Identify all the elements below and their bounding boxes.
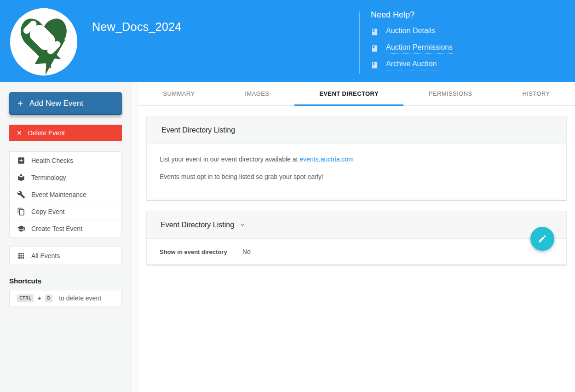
events-auctria-link[interactable]: events.auctria.com [299,156,354,163]
event-directory-info-card: Event Directory Listing List your event … [146,116,567,201]
tab-images[interactable]: IMAGES [220,82,294,105]
event-logo[interactable] [8,6,79,77]
book-icon [371,28,379,36]
sidebar-item-label: Create Test Event [31,225,82,232]
app-shell: + Add New Event ✕ Delete Event Health Ch… [0,82,575,392]
ctrl-key-badge: CTRL [17,294,34,302]
sidebar-item-create-test-event[interactable]: Create Test Event [10,220,121,237]
event-directory-settings-card: Event Directory Listing Show in event di… [146,211,567,265]
setting-value: No [242,248,251,255]
shortcut-item: CTRL + D to delete event [9,290,121,306]
tab-history[interactable]: HISTORY [497,82,575,105]
directory-description: List your event in our event directory a… [160,156,553,163]
sidebar-item-label: Event Maintenance [31,191,86,198]
sidebar-menu: Health Checks Terminology Event Maintena… [9,151,121,237]
library-icon [17,173,25,182]
sidebar-gutter [131,82,138,392]
tab-permissions[interactable]: PERMISSIONS [403,82,497,105]
tab-bar: SUMMARY IMAGES EVENT DIRECTORY PERMISSIO… [138,82,575,106]
help-link-auction-details[interactable]: Auction Details [371,27,453,37]
edit-button[interactable] [530,227,554,251]
event-title: New_Docs_2024 [92,20,181,34]
copy-icon [17,208,25,216]
help-link-auction-permissions[interactable]: Auction Permissions [371,43,453,54]
chevron-down-icon[interactable] [239,222,246,228]
main-content: SUMMARY IMAGES EVENT DIRECTORY PERMISSIO… [138,82,575,392]
sidebar-item-label: All Events [31,252,60,259]
shortcuts-heading: Shortcuts [9,277,121,285]
help-divider [359,12,360,74]
need-help-panel: Need Help? Auction Details Auction Permi… [371,10,453,76]
sidebar-item-all-events[interactable]: All Events [10,247,121,265]
plus-icon: + [17,99,23,108]
card-body: List your event in our event directory a… [147,144,566,200]
sidebar-item-copy-event[interactable]: Copy Event [10,203,121,220]
shortcut-description: to delete event [59,294,101,302]
add-new-event-button[interactable]: + Add New Event [9,92,122,115]
tab-summary[interactable]: SUMMARY [138,82,220,105]
setting-label: Show in event directory [160,248,242,255]
book-icon [371,61,379,69]
help-link-label: Auction Details [386,27,435,37]
health-checks-icon [17,156,25,165]
card-header: Event Directory Listing [147,116,566,144]
sidebar: + Add New Event ✕ Delete Event Health Ch… [0,82,131,392]
card-title: Event Directory Listing [161,221,234,229]
pencil-icon [538,234,547,243]
help-link-label: Auction Permissions [386,43,453,54]
gavel-heart-logo-icon [8,6,79,77]
tab-event-directory[interactable]: EVENT DIRECTORY [294,82,404,105]
sidebar-item-label: Terminology [31,174,66,181]
need-help-heading: Need Help? [371,10,453,20]
sidebar-item-terminology[interactable]: Terminology [10,169,121,186]
event-header: New_Docs_2024 Need Help? Auction Details… [0,0,575,82]
sidebar-item-label: Health Checks [31,157,73,164]
settings-row: Show in event directory No [147,239,566,265]
sidebar-item-label: Copy Event [31,208,64,215]
apps-grid-icon [17,252,25,260]
sidebar-item-event-maintenance[interactable]: Event Maintenance [10,186,121,203]
close-icon: ✕ [17,130,22,136]
delete-event-label: Delete Event [28,129,65,137]
card-header: Event Directory Listing [147,211,566,239]
help-link-label: Archive Auction [386,60,437,70]
help-link-archive-auction[interactable]: Archive Auction [371,60,453,70]
graduation-cap-icon [17,225,25,233]
delete-event-button[interactable]: ✕ Delete Event [9,125,122,141]
wrench-icon [17,190,25,199]
plus-separator: + [37,294,41,302]
sidebar-item-health-checks[interactable]: Health Checks [10,152,121,169]
card-title: Event Directory Listing [161,126,235,134]
opt-in-note: Events must opt in to being listed so gr… [160,173,553,180]
all-events-card: All Events [9,247,121,265]
description-text: List your event in our event directory a… [160,156,299,163]
d-key-badge: D [45,294,53,302]
add-new-event-label: Add New Event [29,99,83,108]
book-icon [371,45,379,52]
